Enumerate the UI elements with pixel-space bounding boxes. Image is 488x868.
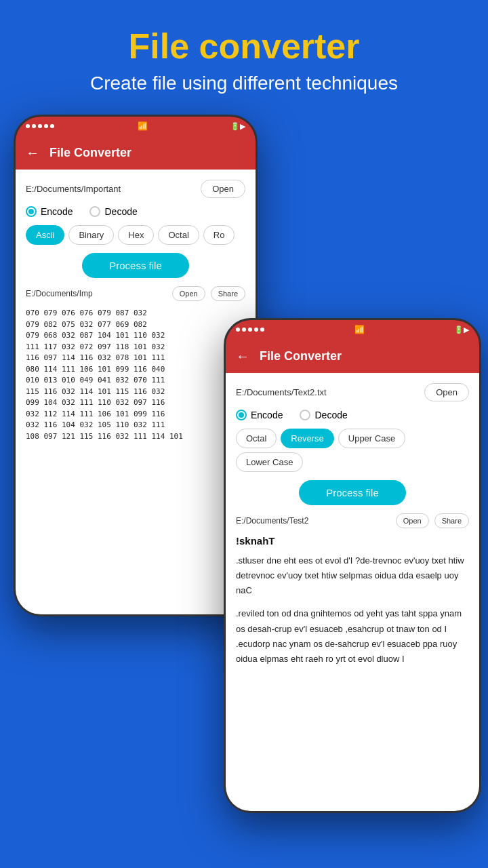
- file-path-1: E:/Documents/Important: [26, 184, 201, 194]
- app-title-2: File Converter: [260, 349, 342, 363]
- ro-btn[interactable]: Ro: [203, 225, 235, 245]
- encode-radio-circle-1: [26, 206, 37, 217]
- open-button-phone2[interactable]: Open: [424, 383, 469, 401]
- dot3: [38, 124, 42, 128]
- binary-btn[interactable]: Binary: [68, 225, 114, 245]
- status-bar-1: 📶 🔋▶: [16, 117, 256, 136]
- file-path-2a: E:/Documents/Imp: [26, 289, 167, 298]
- open-button-2b[interactable]: Open: [396, 513, 429, 528]
- page-background: File converter Create file using differe…: [0, 0, 488, 868]
- decode-label-1: Decode: [104, 206, 137, 217]
- subtitle: Create file using different techniques: [14, 73, 474, 94]
- radio-row-1: Encode Decode: [26, 206, 245, 217]
- app-header-2: ← File Converter: [226, 339, 479, 373]
- dot2: [32, 124, 36, 128]
- decode-radio-circle-1: [89, 206, 100, 217]
- encode-radio-1[interactable]: Encode: [26, 206, 73, 217]
- dot2-4: [254, 328, 258, 332]
- back-arrow-2[interactable]: ←: [236, 349, 249, 364]
- encode-label-2: Encode: [251, 410, 283, 420]
- upper-case-btn[interactable]: Upper Case: [338, 429, 405, 448]
- encode-radio-circle-2: [236, 410, 247, 420]
- dot2-5: [260, 328, 264, 332]
- status-bar-2: 📶 🔋▶: [226, 320, 479, 339]
- app-content-1: E:/Documents/Important Open Encode Decod…: [16, 170, 256, 614]
- status-dots-1: [26, 124, 54, 128]
- output-para1-2: .stluser dne eht ees ot evol d'I ?de-tre…: [236, 553, 469, 598]
- phone-2: 📶 🔋▶ ← File Converter E:/Documents/Text2…: [224, 318, 481, 813]
- share-button-2a[interactable]: Share: [211, 286, 245, 301]
- dot4: [44, 124, 48, 128]
- dot1: [26, 124, 30, 128]
- app-content-2: E:/Documents/Text2.txt Open Encode Decod…: [226, 373, 479, 811]
- decode-label-2: Decode: [314, 410, 347, 420]
- file-path-row-2: E:/Documents/Text2.txt Open: [236, 383, 469, 401]
- main-title: File converter: [14, 27, 474, 66]
- format-row-2: Octal Reverse Upper Case Lower Case: [236, 429, 469, 472]
- dot2-2: [242, 328, 246, 332]
- file-path-row-1: E:/Documents/Important Open: [26, 180, 245, 198]
- decode-radio-circle-2: [300, 410, 310, 420]
- radio-row-2: Encode Decode: [236, 410, 469, 420]
- octal-btn-1[interactable]: Octal: [158, 225, 199, 245]
- dot2-3: [248, 328, 252, 332]
- ascii-btn[interactable]: Ascii: [26, 225, 64, 245]
- output-para2-2: .reviled ton od dna gnihtemos od yeht ya…: [236, 606, 469, 666]
- app-header-1: ← File Converter: [16, 136, 256, 170]
- encode-radio-2[interactable]: Encode: [236, 410, 283, 420]
- decode-radio-1[interactable]: Decode: [89, 206, 137, 217]
- dot5: [50, 124, 54, 128]
- open-button-2a[interactable]: Open: [172, 286, 205, 301]
- battery-icon-2: 🔋▶: [454, 326, 469, 334]
- file-path-row-2b: E:/Documents/Test2 Open Share: [236, 513, 469, 528]
- encode-label-1: Encode: [41, 206, 73, 217]
- octal-btn-2[interactable]: Octal: [236, 429, 277, 448]
- output-bold-2: !sknahT: [236, 535, 469, 547]
- dot2-1: [236, 328, 240, 332]
- process-button-2[interactable]: Process file: [299, 480, 406, 505]
- app-title-1: File Converter: [49, 146, 131, 160]
- hex-btn[interactable]: Hex: [118, 225, 154, 245]
- status-dots-2: [236, 328, 264, 332]
- page-header: File converter Create file using differe…: [0, 0, 488, 101]
- share-button-2b[interactable]: Share: [434, 513, 469, 528]
- open-button-1[interactable]: Open: [201, 180, 245, 198]
- lower-case-btn[interactable]: Lower Case: [236, 452, 303, 472]
- phones-container: 📶 🔋▶ ← File Converter E:/Documents/Impor…: [0, 108, 488, 786]
- back-arrow-1[interactable]: ←: [26, 145, 39, 161]
- format-row-1: Ascii Binary Hex Octal Ro: [26, 225, 245, 245]
- wifi-icon-2: 📶: [354, 325, 365, 334]
- process-button-1[interactable]: Process file: [82, 253, 189, 278]
- wifi-icon-1: 📶: [138, 121, 148, 131]
- file-path-2b: E:/Documents/Test2: [236, 516, 390, 526]
- decode-radio-2[interactable]: Decode: [300, 410, 347, 420]
- output-text-1: 070 079 076 076 079 087 032 079 082 075 …: [26, 308, 245, 442]
- file-path-phone2: E:/Documents/Text2.txt: [236, 387, 424, 397]
- reverse-btn[interactable]: Reverse: [281, 429, 333, 448]
- phone-1: 📶 🔋▶ ← File Converter E:/Documents/Impor…: [14, 115, 258, 616]
- battery-icon-1: 🔋▶: [230, 122, 245, 131]
- file-path-row-2a: E:/Documents/Imp Open Share: [26, 286, 245, 301]
